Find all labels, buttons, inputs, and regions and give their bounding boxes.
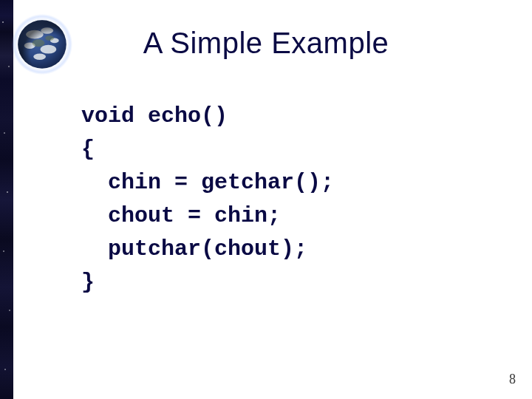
code-line: chout = chin; <box>81 203 281 228</box>
code-line: putchar(chout); <box>81 236 307 262</box>
code-line: chin = getchar(); <box>81 170 334 195</box>
slide-title: A Simple Example <box>0 27 532 60</box>
code-line: } <box>81 270 95 295</box>
code-line: void echo() <box>81 103 228 129</box>
code-line: { <box>81 137 95 162</box>
slide: A Simple Example void echo() { chin = ge… <box>0 0 532 399</box>
code-block: void echo() { chin = getchar(); chout = … <box>81 100 334 299</box>
page-number: 8 <box>509 372 516 387</box>
